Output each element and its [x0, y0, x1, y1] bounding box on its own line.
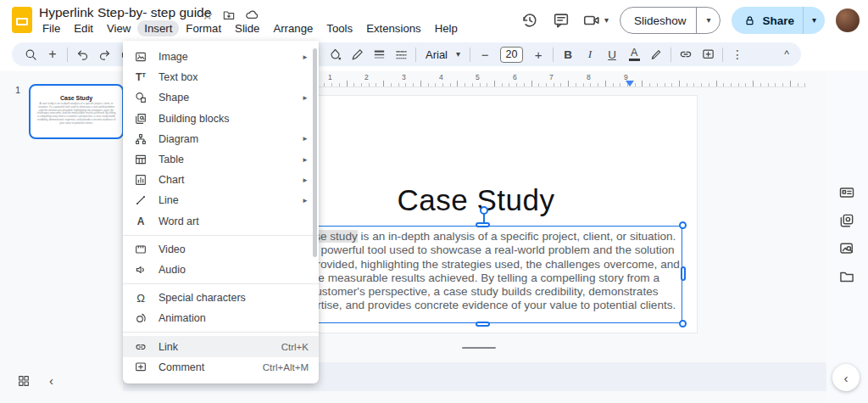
menu-divider: [123, 283, 319, 284]
slideshow-label: Slideshow: [620, 14, 697, 27]
share-options-dropdown[interactable]: ▾: [803, 7, 825, 34]
document-title[interactable]: Hyperlink Step-by- step guide: [39, 5, 211, 20]
panel-card-icon[interactable]: [838, 184, 855, 201]
font-size-input[interactable]: 20: [500, 47, 523, 63]
insert-link-button[interactable]: [676, 44, 696, 64]
menu-item-building-blocks[interactable]: Building blocks: [123, 109, 319, 129]
menu-item-text-box[interactable]: TT Text box: [123, 67, 319, 87]
panel-image-search-icon[interactable]: [838, 240, 855, 257]
redo-button[interactable]: [94, 44, 114, 64]
slideshow-button[interactable]: Slideshow ▾: [620, 7, 721, 34]
menu-item-line[interactable]: Line ►: [123, 190, 319, 210]
chevron-down-icon: ▾: [706, 16, 710, 25]
decrease-font-size-button[interactable]: −: [475, 44, 495, 64]
collapse-filmstrip-icon[interactable]: ‹: [49, 375, 53, 387]
menu-item-label: Text box: [159, 71, 302, 83]
menu-item-label: Special characters: [159, 292, 302, 304]
text-box-paragraph[interactable]: A case study is an in-depth analysis of …: [287, 227, 682, 313]
text-box-icon: TT: [133, 71, 148, 83]
open-comments-icon[interactable]: [551, 10, 571, 31]
menu-item-comment[interactable]: Comment Ctrl+Alt+M: [123, 357, 319, 378]
text-color-button[interactable]: A: [624, 44, 644, 64]
hide-menus-button[interactable]: ^: [784, 48, 789, 60]
ruler-number: 1: [328, 73, 332, 81]
undo-button[interactable]: [72, 44, 92, 64]
menu-item-audio[interactable]: Audio: [123, 260, 319, 280]
toolbar-separator: [722, 48, 723, 62]
panel-folder-icon[interactable]: [838, 268, 855, 285]
menu-edit[interactable]: Edit: [67, 20, 100, 36]
menu-format[interactable]: Format: [179, 20, 228, 36]
border-color-button[interactable]: [347, 44, 367, 64]
menu-view[interactable]: View: [100, 20, 137, 36]
resize-handle-middle-right[interactable]: [681, 266, 686, 281]
share-button[interactable]: Share ▾: [732, 7, 825, 34]
menu-slide[interactable]: Slide: [228, 20, 266, 36]
menu-item-label: Comment: [159, 361, 263, 373]
rotation-handle[interactable]: [480, 206, 488, 215]
shape-icon: [133, 91, 148, 104]
slide-canvas[interactable]: Case Study A case study is an in-depth a…: [254, 95, 698, 333]
zoom-in-button[interactable]: +: [42, 44, 63, 64]
font-family-select[interactable]: Arial ▾: [420, 48, 465, 61]
menu-item-video[interactable]: Video: [123, 239, 319, 260]
slide-thumbnail[interactable]: Case Study A case study is an in-depth a…: [29, 84, 124, 139]
increase-font-size-button[interactable]: +: [528, 44, 548, 64]
grid-view-icon[interactable]: [17, 374, 31, 388]
add-comment-button[interactable]: [698, 44, 718, 64]
ruler-number: 3: [402, 73, 406, 81]
resize-handle-top-center[interactable]: [476, 222, 490, 227]
menu-item-word-art[interactable]: A Word art: [123, 211, 319, 232]
resize-handle-bottom-center[interactable]: [476, 322, 490, 327]
selected-text-box[interactable]: A case study is an in-depth analysis of …: [286, 226, 682, 323]
ruler-number: 2: [364, 73, 369, 81]
menu-item-special-characters[interactable]: Ω Special characters: [123, 288, 319, 308]
slideshow-options-dropdown[interactable]: ▾: [696, 8, 720, 33]
toolbar-separator: [415, 48, 416, 62]
italic-button[interactable]: I: [580, 44, 600, 64]
toolbar-separator: [553, 48, 554, 62]
menu-help[interactable]: Help: [428, 20, 465, 36]
ruler-number: 8: [587, 73, 591, 81]
bold-button[interactable]: B: [558, 44, 578, 64]
ruler-indent-marker[interactable]: [626, 81, 634, 87]
menu-extensions[interactable]: Extensions: [359, 20, 428, 36]
chevron-down-icon: ▾: [456, 50, 460, 59]
version-history-icon[interactable]: [520, 10, 540, 31]
border-weight-button[interactable]: [369, 44, 389, 64]
account-avatar[interactable]: [836, 8, 860, 32]
fill-color-button[interactable]: [325, 44, 345, 64]
thumbnail-title: Case Study: [31, 95, 122, 101]
menu-item-label: Animation: [159, 312, 302, 324]
insert-menu-dropdown: Image ► TT Text box Shape ► Building blo…: [123, 41, 319, 383]
menu-tools[interactable]: Tools: [320, 20, 359, 36]
border-dash-button[interactable]: [391, 44, 411, 64]
zoom-search-button[interactable]: [20, 44, 41, 64]
link-icon: [133, 340, 148, 354]
more-options-button[interactable]: ⋮: [727, 44, 748, 64]
speaker-notes-divider-handle[interactable]: [462, 347, 496, 349]
panel-photo-stack-icon[interactable]: [838, 212, 855, 229]
underline-button[interactable]: U: [602, 44, 622, 64]
star-icon[interactable]: ☆: [202, 8, 213, 21]
menu-arrange[interactable]: Arrange: [266, 20, 320, 36]
menu-insert[interactable]: Insert: [137, 20, 179, 36]
menu-item-table[interactable]: Table ►: [123, 149, 319, 170]
menu-item-image[interactable]: Image ►: [123, 47, 319, 67]
resize-handle-top-right[interactable]: [679, 221, 687, 229]
highlight-color-button[interactable]: [646, 44, 666, 64]
slides-logo[interactable]: [12, 7, 32, 33]
menu-item-animation[interactable]: Animation: [123, 308, 319, 328]
slide-title-text[interactable]: Case Study: [255, 183, 697, 217]
menu-scrollbar[interactable]: [313, 48, 317, 257]
join-call-control[interactable]: ▾: [582, 11, 609, 30]
menu-item-shape[interactable]: Shape ►: [123, 87, 319, 108]
resize-handle-bottom-right[interactable]: [679, 320, 687, 327]
thumbnail-body-text: A case study is an in-depth analysis of …: [36, 103, 116, 126]
hide-side-panel-button[interactable]: ‹: [832, 364, 860, 391]
menu-item-diagram[interactable]: Diagram ►: [123, 129, 319, 149]
menu-item-chart[interactable]: Chart ►: [123, 170, 319, 190]
menu-file[interactable]: File: [36, 20, 67, 36]
toolbar-separator: [67, 48, 68, 62]
menu-item-link[interactable]: Link Ctrl+K: [123, 336, 319, 356]
